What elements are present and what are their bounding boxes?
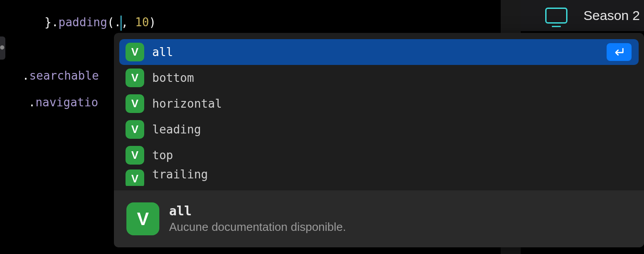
suggestion-label: trailing — [152, 168, 632, 181]
suggestion-label: leading — [152, 123, 632, 136]
suggestion-item-trailing[interactable]: V trailing — [119, 168, 639, 186]
suggestion-item-bottom[interactable]: V bottom — [119, 65, 639, 91]
paren-token: (. — [107, 16, 121, 29]
brace-token: } — [45, 16, 52, 29]
suggestion-label: bottom — [152, 71, 632, 85]
variable-icon: V — [126, 94, 144, 113]
variable-icon: V — [126, 43, 144, 61]
paren-close-token: ) — [149, 16, 156, 29]
suggestion-label: top — [152, 149, 632, 162]
doc-title: all — [169, 204, 346, 218]
variable-icon: V — [126, 69, 144, 87]
suggestion-item-leading[interactable]: V leading — [119, 117, 639, 142]
suggestion-list: V all V bottom V horizontal V leading V … — [114, 33, 644, 186]
preview-toolbar: Season 2 — [521, 0, 644, 31]
suggestion-label: horizontal — [152, 97, 632, 110]
dot-token: . — [52, 16, 59, 29]
dot-token: . — [22, 69, 29, 82]
code-line[interactable]: .navigatio — [0, 89, 98, 116]
suggestion-item-top[interactable]: V top — [119, 142, 639, 168]
suggestion-item-all[interactable]: V all — [119, 39, 639, 65]
code-fold-line[interactable]: }••• — [0, 36, 5, 60]
autocomplete-popup: V all V bottom V horizontal V leading V … — [114, 33, 644, 247]
suggestion-label: all — [152, 45, 599, 59]
variable-icon: V — [126, 146, 144, 165]
doc-text-group: all Aucune documentation disponible. — [169, 204, 346, 234]
method-token: navigatio — [36, 96, 98, 109]
method-token: searchable — [29, 69, 99, 82]
number-token: 10 — [135, 16, 149, 29]
code-line[interactable]: .searchable — [0, 62, 99, 89]
variable-icon: V — [126, 169, 144, 186]
enter-key-icon[interactable] — [607, 43, 632, 61]
variable-icon: V — [126, 202, 159, 235]
variable-icon: V — [126, 120, 144, 139]
monitor-icon[interactable] — [545, 8, 567, 24]
code-line[interactable]: }.padding(., 10) — [0, 9, 156, 36]
suggestion-item-horizontal[interactable]: V horizontal — [119, 91, 639, 117]
doc-description: Aucune documentation disponible. — [169, 220, 346, 234]
preview-title: Season 2 — [583, 8, 640, 23]
documentation-panel: V all Aucune documentation disponible. — [114, 190, 644, 247]
method-token: padding — [58, 16, 107, 29]
dot-token: . — [28, 96, 36, 109]
comma-token: , — [121, 16, 135, 29]
fold-ellipsis-icon[interactable]: ••• — [0, 36, 5, 60]
